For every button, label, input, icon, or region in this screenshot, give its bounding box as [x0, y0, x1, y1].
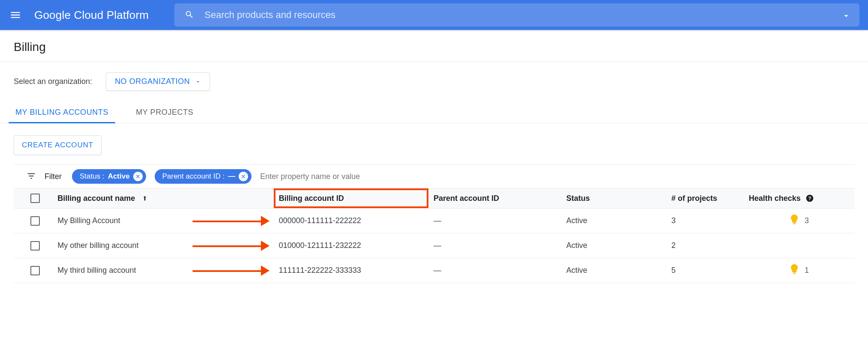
table-row: My Billing Account 000000-111111-222222 … — [14, 209, 854, 233]
select-all-checkbox[interactable] — [30, 194, 40, 203]
row-checkbox[interactable] — [30, 266, 40, 275]
cell-parent: — — [428, 233, 561, 258]
remove-chip-icon[interactable] — [239, 172, 248, 181]
tab-my-projects[interactable]: MY PROJECTS — [134, 104, 195, 123]
filter-icon[interactable] — [27, 171, 36, 182]
row-checkbox[interactable] — [30, 241, 40, 251]
chip-value: Active — [108, 172, 130, 181]
filter-chip-status[interactable]: Status : Active — [72, 169, 146, 184]
cell-status: Active — [561, 233, 666, 258]
menu-icon[interactable] — [5, 5, 26, 25]
cell-projects: 5 — [666, 258, 744, 283]
col-parent[interactable]: Parent account ID — [428, 188, 561, 209]
filter-chip-parent[interactable]: Parent account ID : — — [155, 169, 252, 184]
table-header-row: Billing account name Billing account ID … — [14, 188, 854, 209]
remove-chip-icon[interactable] — [133, 172, 143, 181]
cell-id: 000000-111111-222222 — [274, 209, 428, 233]
cell-health: 3 — [744, 209, 854, 233]
cell-health — [744, 233, 854, 258]
svg-rect-4 — [793, 273, 796, 274]
search-icon — [185, 10, 194, 21]
organization-select[interactable]: NO ORGANIZATION — [106, 72, 210, 91]
chip-key: Status : — [80, 172, 105, 181]
lightbulb-icon — [789, 263, 799, 277]
table-row: My other billing account 010000-121111-2… — [14, 233, 854, 258]
row-checkbox[interactable] — [30, 216, 40, 226]
cell-projects: 3 — [666, 209, 744, 233]
cell-id: 010000-121111-232222 — [274, 233, 428, 258]
cell-health: 1 — [744, 258, 854, 283]
tabs: MY BILLING ACCOUNTS MY PROJECTS — [0, 104, 868, 123]
search-input[interactable] — [204, 9, 831, 21]
help-icon[interactable]: ? — [803, 194, 814, 203]
col-id[interactable]: Billing account ID — [274, 188, 428, 209]
cell-status: Active — [561, 209, 666, 233]
search-box[interactable] — [174, 3, 859, 27]
cell-projects: 2 — [666, 233, 744, 258]
annotation-arrow-icon — [192, 242, 269, 249]
col-name[interactable]: Billing account name — [52, 188, 273, 209]
lightbulb-icon — [789, 214, 799, 228]
table-row: My third billing account 111111-222222-3… — [14, 258, 854, 283]
filter-bar: Filter Status : Active Parent account ID… — [14, 164, 854, 188]
product-name: Google Cloud Platform — [31, 9, 152, 22]
svg-text:?: ? — [808, 195, 811, 201]
caret-down-icon — [195, 79, 201, 85]
chip-key: Parent account ID : — [162, 172, 225, 181]
cell-name[interactable]: My third billing account — [52, 258, 273, 283]
billing-table: Billing account name Billing account ID … — [14, 188, 854, 283]
app-header: Google Cloud Platform — [0, 0, 868, 30]
sort-asc-icon — [141, 194, 148, 203]
filter-label: Filter — [45, 172, 62, 181]
chip-value: — — [228, 172, 235, 181]
chevron-down-icon[interactable] — [841, 11, 849, 19]
cell-parent: — — [428, 258, 561, 283]
cell-name[interactable]: My other billing account — [52, 233, 273, 258]
org-label: Select an organization: — [14, 77, 92, 86]
col-status[interactable]: Status — [561, 188, 666, 209]
cell-status: Active — [561, 258, 666, 283]
cell-id: 111111-222222-333333 — [274, 258, 428, 283]
cell-parent: — — [428, 209, 561, 233]
create-account-button[interactable]: CREATE ACCOUNT — [14, 135, 102, 155]
org-select-value: NO ORGANIZATION — [115, 77, 190, 86]
svg-rect-2 — [793, 223, 796, 224]
annotation-arrow-icon — [192, 218, 269, 224]
annotation-arrow-icon — [192, 267, 269, 274]
col-projects[interactable]: # of projects — [666, 188, 744, 209]
col-health[interactable]: Health checks ? — [744, 188, 854, 209]
cell-name[interactable]: My Billing Account — [52, 209, 273, 233]
page-title: Billing — [14, 30, 854, 62]
tab-my-billing-accounts[interactable]: MY BILLING ACCOUNTS — [14, 104, 110, 123]
filter-input[interactable] — [260, 172, 854, 181]
